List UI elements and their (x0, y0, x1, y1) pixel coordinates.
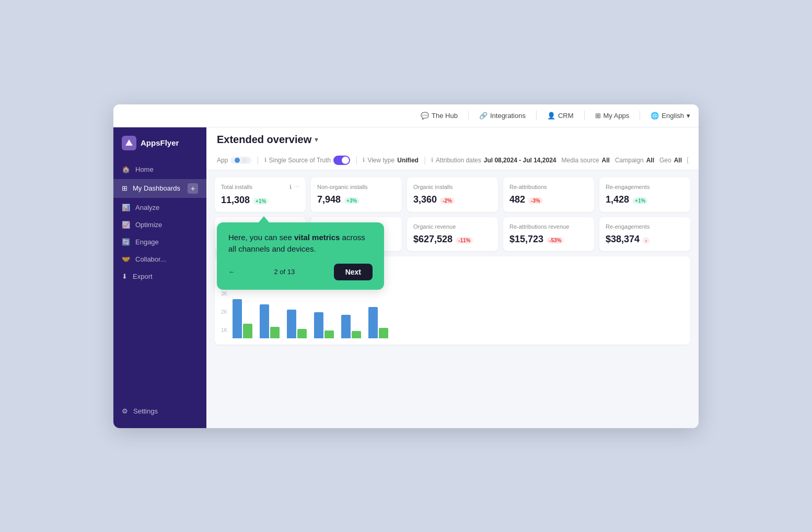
sidebar-item-export[interactable]: ⬇ Export (113, 268, 206, 285)
metric-card-reattributions: Re-attributions 482 -3% (503, 178, 594, 212)
media-source-label: Media source (562, 157, 599, 164)
sidebar-item-settings[interactable]: ⚙ Settings (113, 403, 206, 420)
integrations-nav-item[interactable]: 🔗 Integrations (479, 112, 526, 120)
bar-blue (260, 304, 269, 338)
view-type-filter[interactable]: ℹ View type Unified (363, 157, 418, 164)
add-dashboard-button[interactable]: + (188, 183, 198, 194)
sst-filter[interactable]: ℹ Single Source of Truth (264, 156, 351, 165)
sidebar-item-my-dashboards[interactable]: ⊞ My Dashboards + (113, 179, 206, 198)
engage-icon: 🔄 (122, 238, 130, 246)
view-type-info-icon: ℹ (363, 157, 365, 163)
top-nav: 💬 The Hub 🔗 Integrations 👤 CRM ⊞ My Apps… (113, 104, 699, 127)
view-type-label: View type (367, 157, 395, 164)
bar-blue (287, 310, 296, 338)
metric-card-reengagements: Re-engagements 1,428 +1% (599, 178, 690, 212)
logo-text: AppsFlyer (141, 138, 179, 147)
nav-divider-2 (536, 111, 537, 120)
metric-label-4: Re-attributions (509, 184, 547, 190)
metric-rev-header-4: Re-attributions revenue (509, 223, 588, 230)
page-header: Extended overview ▾ App | ℹ (206, 127, 699, 170)
sidebar-item-label-engage: Engage (135, 238, 159, 246)
campaign-value: All (646, 157, 654, 164)
metric-label-2: Non-organic installs (317, 184, 368, 190)
nav-divider-1 (468, 111, 469, 120)
chart-area (230, 286, 684, 338)
next-button[interactable]: Next (334, 264, 373, 280)
export-icon: ⬇ (122, 273, 127, 280)
app-pill (230, 157, 251, 164)
add-filter-button[interactable]: + (687, 155, 688, 165)
more-icon[interactable]: ⋯ (294, 184, 299, 191)
apps-icon: ⊞ (595, 112, 601, 120)
metric-value-row-3: 3,360 -2% (413, 194, 492, 205)
crm-nav-item[interactable]: 👤 CRM (547, 112, 574, 120)
metric-value-row: 11,308 +1% (221, 195, 299, 206)
y-label-3k: 3K (221, 291, 227, 297)
metric-label-5: Re-engagements (606, 184, 649, 190)
sidebar-item-engage[interactable]: 🔄 Engage (113, 233, 206, 251)
metric-value-row-4: 482 -3% (509, 194, 588, 205)
bar-blue (341, 315, 351, 338)
myapps-label: My Apps (604, 112, 630, 120)
app-filter[interactable]: App (217, 157, 251, 164)
metric-rev-badge-3: -11% (456, 237, 473, 244)
metric-card-organic-revenue: Organic revenue $627,528 -11% (407, 217, 498, 251)
hub-icon: 💬 (421, 112, 429, 120)
campaign-label: Campaign (615, 157, 644, 164)
metric-label-3: Organic installs (413, 184, 453, 190)
tooltip-pointer (259, 216, 269, 222)
sidebar-item-label-analyze: Analyze (135, 204, 159, 211)
metric-card-header-2: Non-organic installs (317, 184, 396, 190)
filter-divider-2: | (355, 156, 357, 165)
y-label-1k: 1K (221, 327, 227, 333)
tooltip-bold: vital metrics (294, 233, 340, 242)
sst-toggle[interactable] (333, 156, 350, 165)
geo-filter[interactable]: Geo All (659, 157, 682, 164)
sidebar: AppsFlyer 🏠 Home ⊞ My Dashboards + 📊 Ana… (113, 127, 206, 428)
sidebar-item-collaborate[interactable]: 🤝 Collabor... (113, 251, 206, 268)
crm-icon: 👤 (547, 112, 555, 120)
logo-icon (122, 136, 136, 150)
bar-group (314, 312, 334, 338)
sidebar-item-optimize[interactable]: 📈 Optimize (113, 216, 206, 233)
metric-card-header: Total installs ℹ ⋯ (221, 184, 299, 191)
main-area: AppsFlyer 🏠 Home ⊞ My Dashboards + 📊 Ana… (113, 127, 699, 428)
bar-green (352, 331, 361, 338)
filter-divider-1: | (257, 156, 259, 165)
attribution-label: Attribution dates (436, 157, 481, 164)
info-icon[interactable]: ℹ (289, 184, 292, 191)
metric-value-2: 7,948 (317, 194, 341, 205)
hub-nav-item[interactable]: 💬 The Hub (421, 112, 458, 120)
attribution-info-icon: ℹ (431, 157, 433, 163)
tooltip-footer: ← 2 of 13 Next (228, 264, 373, 280)
page-title-dropdown-icon[interactable]: ▾ (315, 135, 318, 144)
attribution-value: Jul 08,2024 - Jul 14,2024 (484, 157, 556, 164)
back-button[interactable]: ← (228, 268, 235, 276)
metric-card-reengagements-revenue: Re-engagements $38,374 - (599, 217, 690, 251)
sidebar-item-label-settings: Settings (133, 407, 158, 415)
integrations-label: Integrations (490, 112, 526, 120)
media-source-value: All (602, 157, 610, 164)
language-nav-item[interactable]: 🌐 English ▾ (651, 112, 690, 120)
sidebar-item-label-home: Home (135, 165, 154, 173)
media-source-filter[interactable]: Media source All (562, 157, 610, 164)
filter-bar: App | ℹ Single Source of Truth | (217, 151, 688, 170)
metric-rev-header-5: Re-engagements (606, 223, 684, 230)
attribution-filter[interactable]: ℹ Attribution dates Jul 08,2024 - Jul 14… (431, 157, 556, 164)
bar-group (368, 307, 388, 338)
view-type-value: Unified (397, 157, 419, 164)
metric-value-3: 3,360 (413, 194, 437, 205)
sidebar-item-home[interactable]: 🏠 Home (113, 161, 206, 178)
metric-badge-3: -2% (440, 197, 455, 204)
metric-badge-2: +3% (344, 197, 359, 204)
campaign-filter[interactable]: Campaign All (615, 157, 654, 164)
myapps-nav-item[interactable]: ⊞ My Apps (595, 112, 630, 120)
sidebar-item-analyze[interactable]: 📊 Analyze (113, 199, 206, 216)
metric-rev-row-5: $38,374 - (606, 234, 684, 245)
integrations-icon: 🔗 (479, 112, 488, 120)
metric-value: 11,308 (221, 195, 250, 206)
metric-badge: +1% (253, 198, 269, 205)
metric-rev-label-4: Re-attributions revenue (509, 223, 569, 230)
sidebar-item-label-optimize: Optimize (135, 221, 162, 229)
sidebar-item-label-export: Export (133, 273, 153, 280)
